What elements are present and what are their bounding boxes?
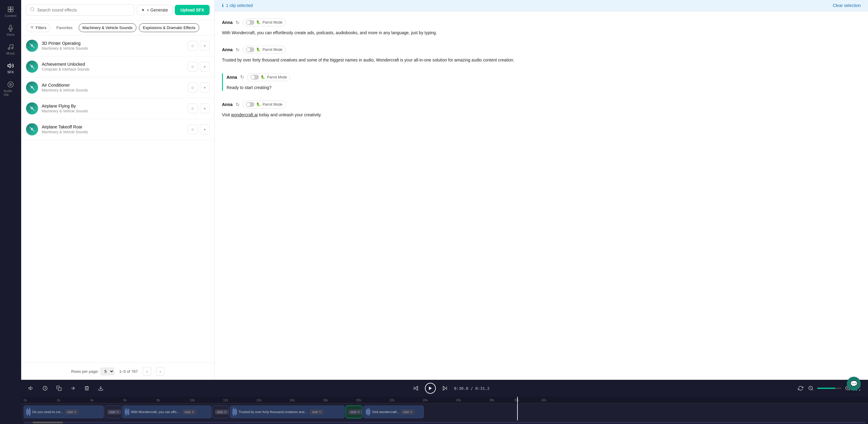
favorite-button-1[interactable]: ☆ xyxy=(188,62,197,72)
next-page-button[interactable]: › xyxy=(156,367,164,375)
prev-page-button[interactable]: ‹ xyxy=(143,367,151,375)
machinery-tag[interactable]: Machinery & Vehicle Sounds xyxy=(79,23,136,32)
zoom-out-button[interactable] xyxy=(807,384,815,392)
stale-badge-1: stale ↻ xyxy=(183,410,196,414)
search-input[interactable] xyxy=(37,7,130,12)
rows-select[interactable]: 5 xyxy=(100,368,114,375)
svg-point-9 xyxy=(31,7,34,11)
favorite-button-3[interactable]: ☆ xyxy=(188,104,197,113)
page-info: 1–5 of 787 xyxy=(119,369,137,374)
speaker-1: Anna xyxy=(222,47,232,52)
refresh-icon-2[interactable]: ↻ xyxy=(240,74,244,80)
search-bar: ✦ + Generate Upload SFX xyxy=(21,0,214,20)
sound-name-2: Air Conditioner xyxy=(42,83,184,87)
favorite-button-2[interactable]: ☆ xyxy=(188,83,197,92)
history-button[interactable] xyxy=(41,384,49,392)
clip-gap-0[interactable]: stale ↻ xyxy=(105,405,121,418)
stale-badge-gap1: stale ↻ xyxy=(215,410,228,414)
filter-bar: Filters Favorites Machinery & Vehicle So… xyxy=(21,20,214,35)
sound-cat-3: Machinery & Vehicle Sounds xyxy=(42,109,184,113)
play-button[interactable] xyxy=(425,383,436,394)
chat-entry-2: Anna ↻ 🦜 Parrot Mode Ready to start crea… xyxy=(222,73,861,91)
filters-button[interactable]: Filters xyxy=(26,23,50,32)
selection-banner: ℹ 1 clip selected Clear selection xyxy=(215,0,868,11)
clear-selection-button[interactable]: Clear selection xyxy=(833,3,861,8)
add-button-2[interactable]: + xyxy=(200,83,210,92)
sound-info-3: Airplane Flying By Machinery & Vehicle S… xyxy=(42,104,184,113)
clip-gap-1[interactable]: stale ↻ xyxy=(212,405,229,418)
parrot-toggle-0[interactable]: 🦜 Parrot Mode xyxy=(243,19,286,26)
zoom-slider[interactable] xyxy=(817,388,841,389)
sidebar-item-voice[interactable]: Voice xyxy=(2,22,19,39)
skip-forward-button[interactable] xyxy=(441,384,449,393)
sidebar-item-content[interactable]: Content xyxy=(2,3,19,21)
chat-header-0: Anna ↻ 🦜 Parrot Mode xyxy=(222,19,861,26)
clip-0[interactable]: Do you need to cre... stale ↻ xyxy=(24,405,104,418)
refresh-icon-1[interactable]: ↻ xyxy=(236,47,240,53)
add-button-4[interactable]: + xyxy=(200,124,210,134)
toggle-3 xyxy=(246,102,254,107)
skip-back-button[interactable] xyxy=(412,384,420,393)
svg-marker-13 xyxy=(29,387,31,390)
clip-1[interactable]: With Wondercraft, you can effortlessly c… xyxy=(122,405,211,418)
chat-header-3: Anna ↻ 🦜 Parrot Mode xyxy=(222,101,861,108)
parrot-label-2: 🦜 xyxy=(261,75,265,79)
explosions-tag[interactable]: Explosions & Dramatic Effects xyxy=(139,23,199,32)
sound-item-3[interactable]: Airplane Flying By Machinery & Vehicle S… xyxy=(21,98,214,119)
parrot-toggle-3[interactable]: 🦜 Parrot Mode xyxy=(243,101,286,108)
timeline-area[interactable]: 0s 2s 4s 6s 8s 10s 12s 14s 16s 18s 20s 2… xyxy=(21,397,868,421)
svg-marker-6 xyxy=(8,64,10,68)
chat-support-button[interactable]: 💬 xyxy=(847,377,861,391)
favorite-button-4[interactable]: ☆ xyxy=(188,124,197,134)
sound-icon-0 xyxy=(26,40,38,52)
favorite-button-0[interactable]: ☆ xyxy=(188,41,197,51)
sidebar-label-content: Content xyxy=(5,14,17,18)
add-button-3[interactable]: + xyxy=(200,104,210,113)
stale-badge-gap0: stale ↻ xyxy=(107,410,121,414)
refresh-icon-0[interactable]: ↻ xyxy=(236,20,240,25)
sound-name-0: 3D Printer Operating xyxy=(42,41,184,46)
sound-item-0[interactable]: 3D Printer Operating Machinery & Vehicle… xyxy=(21,35,214,56)
generate-button[interactable]: ✦ + Generate xyxy=(137,5,173,15)
sound-info-4: Airplane Takeoff Roar Machinery & Vehicl… xyxy=(42,124,184,134)
add-button-1[interactable]: + xyxy=(200,62,210,72)
svg-marker-17 xyxy=(415,386,418,390)
upload-sfx-button[interactable]: Upload SFX xyxy=(175,5,210,15)
duplicate-button[interactable] xyxy=(55,384,63,392)
sound-name-1: Achievement Unlocked xyxy=(42,62,184,67)
main-container: ✦ + Generate Upload SFX Filters Favorite… xyxy=(21,0,868,424)
svg-rect-3 xyxy=(11,10,13,12)
download-button[interactable] xyxy=(97,384,105,392)
sound-item-2[interactable]: Air Conditioner Machinery & Vehicle Soun… xyxy=(21,77,214,98)
parrot-toggle-1[interactable]: 🦜 Parrot Mode xyxy=(243,46,286,54)
info-icon: ℹ xyxy=(222,3,223,8)
volume-button[interactable] xyxy=(27,384,35,392)
svg-rect-2 xyxy=(8,10,10,12)
clip-3[interactable]: Visit wondercraft... stale ↻ xyxy=(363,405,424,418)
sound-item-1[interactable]: Achievement Unlocked Computer & Interfac… xyxy=(21,56,214,77)
split-button[interactable] xyxy=(69,384,77,392)
selection-banner-left: ℹ 1 clip selected xyxy=(222,3,253,8)
waveform-1 xyxy=(125,408,129,416)
chat-entry-3: Anna ↻ 🦜 Parrot Mode Visit wondercraft.a… xyxy=(222,101,861,118)
refresh-icon-3[interactable]: ↻ xyxy=(236,102,240,108)
sound-item-4[interactable]: Airplane Takeoff Roar Machinery & Vehicl… xyxy=(21,119,214,140)
parrot-toggle-2[interactable]: 🦜 Parrot Mode xyxy=(247,73,290,81)
sidebar-label-audioclip: Audio clip xyxy=(4,89,18,96)
favorites-tag[interactable]: Favorites xyxy=(53,24,76,32)
stale-badge-0: stale ↻ xyxy=(65,410,78,414)
clip-2[interactable]: Trusted by over forty thousand creatives… xyxy=(230,405,345,418)
sidebar-label-sfx: SFX xyxy=(7,70,13,74)
delete-button[interactable] xyxy=(83,384,91,392)
sidebar-item-audioclip[interactable]: Audio clip xyxy=(2,78,19,99)
clip-gap-2[interactable]: stale ↻ xyxy=(346,405,362,418)
sidebar: Content Voice Music SFX Audio clip xyxy=(0,0,21,424)
add-button-0[interactable]: + xyxy=(200,41,210,51)
clip-text-3: Visit wondercraft... xyxy=(372,410,399,414)
sound-actions-3: ☆ + xyxy=(188,104,210,113)
time-display: 0:30.0 / 0:31.2 xyxy=(454,386,489,391)
sidebar-item-music[interactable]: Music xyxy=(2,40,19,58)
sidebar-item-sfx[interactable]: SFX xyxy=(2,59,19,77)
refresh-button[interactable] xyxy=(797,384,805,392)
waveform-2 xyxy=(232,407,237,417)
